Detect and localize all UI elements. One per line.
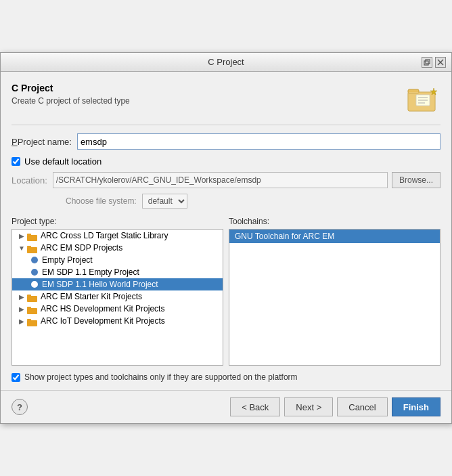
tree-label-arc-cross: ARC Cross LD Target Static Library [41,231,168,240]
location-label: Location: [12,175,47,186]
tree-label-em-sdp-empty: EM SDP 1.1 Empty Project [42,267,139,277]
location-input[interactable] [53,172,388,188]
svg-rect-12 [27,235,37,241]
title-bar: C Project [1,53,451,72]
tree-label-em-sdp-hello: EM SDP 1.1 Hello World Project [42,280,158,289]
toolchains-list[interactable]: GNU Toolchain for ARC EM [229,229,440,366]
tree-label-empty-project: Empty Project [42,255,93,265]
default-location-checkbox[interactable] [12,157,20,166]
svg-rect-16 [27,296,37,302]
main-content: C Project Create C project of selected t… [1,72,451,382]
default-location-label: Use default location [24,156,101,167]
svg-rect-13 [27,234,31,236]
finish-button[interactable]: Finish [392,397,440,416]
tree-item-em-sdp-hello[interactable]: EM SDP 1.1 Hello World Project [12,278,223,290]
page-subtitle: Create C project of selected type [12,96,130,106]
bottom-bar: ? < Back Next > Cancel Finish [1,390,451,423]
show-project-types-checkbox[interactable] [12,373,20,382]
project-name-input[interactable] [77,133,440,150]
project-type-tree[interactable]: ▶ ARC Cross LD Target Static Library ▼ [12,229,223,366]
tree-item-em-sdp-empty[interactable]: EM SDP 1.1 Empty Project [12,266,223,278]
project-name-label: PProject name: [12,137,72,147]
tree-item-arc-hs-dev[interactable]: ▶ ARC HS Development Kit Projects [12,303,223,315]
project-type-label: Project type: [12,217,223,226]
header-left: C Project Create C project of selected t… [12,83,130,106]
cancel-button[interactable]: Cancel [337,397,387,416]
tree-item-arc-em-sdp[interactable]: ▼ ARC EM SDP Projects [12,242,223,254]
svg-rect-1 [426,60,430,64]
expand-arrow-arc-em-starter: ▶ [18,293,26,301]
filesystem-row: Choose file system: default [66,194,440,209]
tree-label-arc-iot: ARC IoT Development Kit Projects [41,316,165,326]
toolchain-label-gnu-arc-em: GNU Toolchain for ARC EM [235,232,334,241]
svg-rect-21 [27,319,31,321]
bullet-icon-empty-project [31,257,38,263]
bullet-icon-em-sdp-empty [31,269,38,276]
folder-icon-arc-em-sdp [27,244,38,252]
svg-rect-19 [27,307,31,309]
browse-button[interactable]: Browse... [392,172,440,188]
expand-arrow-arc-iot: ▶ [18,318,26,325]
svg-rect-0 [424,61,428,65]
svg-rect-17 [27,295,31,297]
expand-arrow-arc-cross: ▶ [18,232,26,240]
title-controls [422,57,446,68]
window-title: C Project [30,57,422,67]
location-row: Location: Browse... [12,172,440,188]
toolchains-label: Toolchains: [229,217,440,226]
page-title: C Project [12,83,130,93]
dialog-window: C Project C Project Create C project of … [0,52,452,424]
next-button[interactable]: Next > [284,397,333,416]
show-project-types-label: Show project types and toolchains only i… [24,372,298,382]
close-button[interactable] [435,57,446,68]
folder-icon-arc-iot [27,317,38,325]
project-name-row: PProject name: [12,133,440,150]
bottom-right: < Back Next > Cancel Finish [230,397,440,416]
svg-rect-14 [27,247,37,253]
svg-rect-15 [27,246,31,248]
default-location-row: Use default location [12,156,440,167]
expand-arrow-arc-em-sdp: ▼ [18,244,26,252]
filesystem-select[interactable]: default [142,194,187,209]
header-icon [407,83,440,116]
expand-arrow-arc-hs-dev: ▶ [18,305,26,313]
tree-item-empty-project[interactable]: Empty Project [12,254,223,266]
toolchain-item-gnu-arc-em[interactable]: GNU Toolchain for ARC EM [229,230,440,243]
folder-icon-arc-hs-dev [27,305,38,313]
restore-button[interactable] [422,57,432,68]
tree-label-arc-em-starter: ARC EM Starter Kit Projects [41,292,142,301]
tree-label-arc-hs-dev: ARC HS Development Kit Projects [41,304,164,313]
folder-icon-arc-cross [27,232,38,240]
bullet-icon-em-sdp-hello [31,281,38,288]
tree-label-arc-em-sdp: ARC EM SDP Projects [41,243,122,253]
svg-rect-18 [27,308,37,314]
header-area: C Project Create C project of selected t… [12,83,440,116]
filesystem-label: Choose file system: [66,196,137,206]
svg-rect-20 [27,320,37,326]
panels-row: Project type: ▶ ARC Cross LD Target Stat… [12,217,440,366]
back-button[interactable]: < Back [230,397,280,416]
bottom-left: ? [12,399,28,415]
project-type-panel: Project type: ▶ ARC Cross LD Target Stat… [12,217,223,366]
help-button[interactable]: ? [12,399,28,415]
tree-item-arc-cross[interactable]: ▶ ARC Cross LD Target Static Library [12,230,223,242]
show-project-types-row: Show project types and toolchains only i… [12,372,440,382]
tree-item-arc-em-starter[interactable]: ▶ ARC EM Starter Kit Projects [12,290,223,303]
toolchains-panel: Toolchains: GNU Toolchain for ARC EM [229,217,440,366]
folder-icon-arc-em-starter [27,293,38,301]
header-separator [12,125,440,125]
tree-item-arc-iot[interactable]: ▶ ARC IoT Development Kit Projects [12,315,223,327]
